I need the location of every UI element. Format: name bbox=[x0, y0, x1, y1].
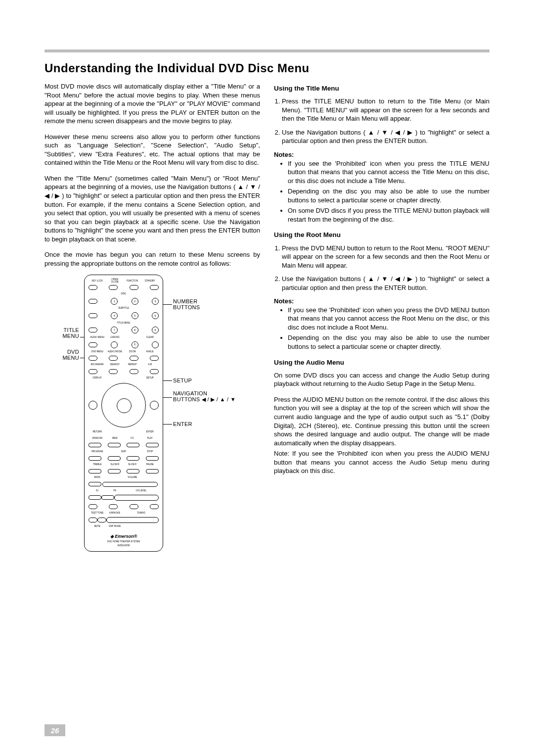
notes-label: Notes: bbox=[274, 150, 490, 159]
audio-menu-p2: Press the AUDIO MENU button on the remot… bbox=[274, 395, 490, 447]
right-column: Using the Title Menu Press the TITLE MEN… bbox=[274, 82, 490, 562]
note-item: Depending on the disc you may also be ab… bbox=[288, 333, 490, 351]
callout-number-buttons: NUMBERBUTTONS bbox=[173, 298, 200, 310]
intro-p2: However these menu screens also allow yo… bbox=[44, 133, 260, 167]
remote-figure: TITLEMENU DVDMENU NUMBERBUTTONS SETUP NA… bbox=[44, 275, 260, 562]
audio-menu-p1: On some DVD discs you can access and cha… bbox=[274, 371, 490, 388]
callout-setup: SETUP bbox=[173, 378, 192, 383]
root-menu-heading: Using the Root Menu bbox=[274, 231, 490, 239]
root-menu-notes: If you see the 'Prohibited' icon when yo… bbox=[274, 306, 490, 351]
intro-p4: Once the movie has begun you can return … bbox=[44, 250, 260, 268]
audio-menu-heading: Using the Audio Menu bbox=[274, 358, 490, 367]
remote-brand-sub: DVD HOME THEATER SYSTEM bbox=[89, 540, 159, 543]
section-rule bbox=[44, 49, 490, 52]
title-menu-step-1: Press the TITLE MENU button to return to… bbox=[282, 97, 490, 123]
callout-enter: ENTER bbox=[173, 421, 192, 427]
callout-nav-buttons: NAVIGATIONBUTTONS ◀ / ▶ / ▲ / ▼ bbox=[173, 390, 236, 402]
note-item: Depending on the disc you may also be ab… bbox=[288, 187, 490, 204]
intro-p1: Most DVD movie discs will automatically … bbox=[44, 82, 260, 126]
root-menu-step-1: Press the DVD MENU button to return to t… bbox=[282, 244, 490, 270]
callout-dvd-menu: DVDMENU bbox=[41, 349, 79, 361]
callout-title-menu: TITLEMENU bbox=[41, 327, 79, 339]
intro-p3: When the "Title Menu" (sometimes called … bbox=[44, 174, 260, 243]
audio-menu-note: Note: If you see the 'Prohibited' icon w… bbox=[274, 449, 490, 475]
note-item: On some DVD discs if you press the TITLE… bbox=[288, 206, 490, 224]
page-number: 26 bbox=[44, 724, 65, 736]
note-item: If you see the 'Prohibited' icon when yo… bbox=[288, 306, 490, 332]
root-menu-steps: Press the DVD MENU button to return to t… bbox=[274, 244, 490, 292]
title-menu-notes: If you see the 'Prohibited' icon when yo… bbox=[274, 159, 490, 224]
root-menu-step-2: Use the Navigation buttons ( ▲ / ▼ / ◀ /… bbox=[282, 275, 490, 292]
page-title: Understanding the Individual DVD Disc Me… bbox=[44, 61, 490, 75]
title-menu-heading: Using the Title Menu bbox=[274, 84, 490, 93]
remote-control: KEY LOCKOPEN/CLOSEFUNCTIONSTANDBY DISC 1… bbox=[84, 275, 163, 552]
note-item: If you see the 'Prohibited' icon when yo… bbox=[288, 159, 490, 186]
two-column-layout: Most DVD movie discs will automatically … bbox=[44, 82, 490, 562]
title-menu-steps: Press the TITLE MENU button to return to… bbox=[274, 97, 490, 145]
notes-label: Notes: bbox=[274, 297, 490, 306]
left-column: Most DVD movie discs will automatically … bbox=[44, 82, 260, 562]
remote-brand: ◈ Emerson® bbox=[89, 533, 159, 539]
remote-model: AV301/AV50 bbox=[89, 544, 159, 547]
title-menu-step-2: Use the Navigation buttons ( ▲ / ▼ / ◀ /… bbox=[282, 128, 490, 145]
